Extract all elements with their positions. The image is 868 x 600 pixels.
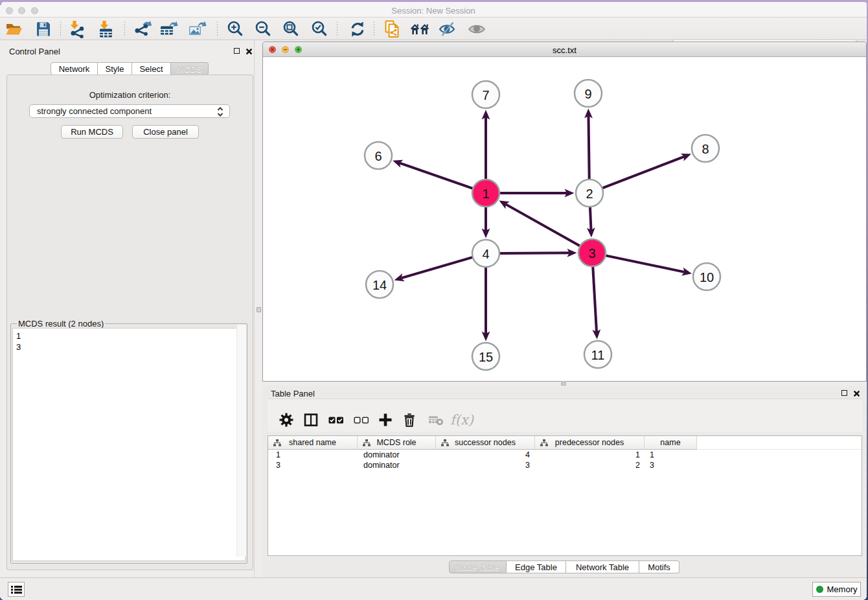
zoom-selected-icon [310,20,328,38]
vertical-splitter-handle[interactable] [257,307,261,312]
mcds-result-group: MCDS result (2 nodes) 1 3 [10,323,247,564]
graph-edge-3-1[interactable] [506,204,582,247]
graph-edge-3-11[interactable] [593,265,597,332]
table-float-panel-icon[interactable] [841,390,847,396]
list-icon [11,585,22,594]
zoom-fit-button[interactable] [281,19,301,39]
close-panel-icon[interactable] [246,48,253,55]
double-house-button[interactable] [410,19,429,39]
table-panel-title: Table Panel [271,389,315,398]
zoom-selected-button[interactable] [310,19,329,39]
export-image-button[interactable] [187,19,207,39]
function-builder-button[interactable]: f(x) [448,410,475,430]
delete-table-icon [428,412,444,428]
documents-network-button[interactable] [382,19,402,39]
memory-button[interactable]: Memory [812,582,861,597]
graph-edge-2-3[interactable] [590,205,591,230]
select-value: strongly connected component [37,106,152,116]
desktop-edge [0,0,868,2]
export-network-icon [133,20,152,38]
column-header-successor-nodes[interactable]: successor nodes [436,436,535,450]
optimization-criterion-select[interactable]: strongly connected component [29,104,230,118]
zoom-in-icon [226,20,244,38]
tab-mcds[interactable]: MCDS [171,62,209,75]
open-session-button[interactable] [5,19,24,39]
column-header-name[interactable]: name [645,436,697,450]
zoom-out-icon [254,20,272,38]
open-folder-icon [5,21,23,38]
tab-network[interactable]: Network [51,62,98,75]
toolbar-separator [60,21,61,37]
table-close-panel-icon[interactable] [853,390,860,397]
toolbar-separator [124,21,125,37]
column-header-predecessor-nodes[interactable]: predecessor nodes [535,436,645,450]
status-bar: Memory [0,577,867,600]
table-row[interactable]: 3 dominator 3 2 3 [268,460,862,470]
graph-node-label: 15 [479,350,493,364]
import-network-button[interactable] [67,19,87,39]
add-button[interactable] [375,410,396,430]
graph-edge-3-10[interactable] [604,255,685,272]
graph-edge-2-8[interactable] [601,157,685,189]
show-panel-button[interactable] [8,582,25,597]
export-table-icon [159,20,178,38]
tab-style[interactable]: Style [98,62,132,75]
graph-edge-2-9[interactable] [588,116,589,181]
close-panel-button[interactable]: Close panel [132,125,199,139]
graph-edge-1-6[interactable] [400,163,474,189]
tab-select[interactable]: Select [132,62,171,75]
run-mcds-button[interactable]: Run MCDS [61,125,123,139]
zoom-in-button[interactable] [225,19,245,39]
window-title: Session: New Session [0,6,867,16]
fx-icon: f(x) [450,412,474,428]
column-header-shared-name[interactable]: shared name [268,436,358,450]
horizontal-splitter-handle[interactable] [561,382,566,386]
tab-motifs[interactable]: Motifs [639,560,680,573]
trash-icon [402,412,417,428]
control-panel: Control Panel Network Style Select MCDS … [0,40,255,577]
desktop-corner [0,597,3,600]
result-scrollbar[interactable] [236,325,246,557]
zoom-out-button[interactable] [253,19,273,39]
graph-edge-4-3[interactable] [498,253,569,253]
tab-edge-table[interactable]: Edge Table [507,560,566,573]
float-panel-icon[interactable] [234,48,240,54]
delete-button[interactable] [399,410,420,430]
select-all-icon [328,412,345,428]
eye-slash-icon [438,20,457,38]
network-frame-titlebar[interactable]: scc.txt [263,42,866,57]
memory-label: Memory [827,584,858,594]
export-image-icon [187,20,207,38]
refresh-button[interactable] [348,19,367,39]
column-header-mcds-role[interactable]: MCDS role [358,436,436,450]
network-canvas[interactable]: 7968124314101511 [263,57,866,381]
export-network-button[interactable] [133,19,152,39]
eye-button[interactable] [467,19,486,39]
split-pane-icon [303,412,319,428]
delete-table-button[interactable] [426,410,446,430]
import-table-button[interactable] [97,19,116,39]
save-session-button[interactable] [34,19,53,39]
desktop-corner [0,0,5,5]
shared-column-icon [363,439,371,446]
import-network-icon [68,20,86,38]
table-row[interactable]: 1 dominator 4 1 1 [268,450,862,460]
unselect-all-button[interactable] [351,410,372,430]
eye-slash-button[interactable] [438,19,457,39]
table-tabs: Node Table Edge Table Network Table Moti… [449,560,680,576]
select-all-button[interactable] [326,410,347,430]
export-table-button[interactable] [159,19,178,39]
graph-edge-4-14[interactable] [402,257,474,278]
mcds-result-textarea[interactable]: 1 3 [12,328,246,561]
graph-node-label: 8 [702,142,709,156]
toolbar-separator [374,21,374,37]
graph-node-label: 7 [482,88,489,102]
graph-node-label: 3 [588,246,595,260]
split-pane-button[interactable] [301,410,321,430]
graph-node-label: 1 [482,187,489,201]
table-settings-button[interactable] [276,410,297,430]
tab-node-table[interactable]: Node Table [449,560,507,573]
table-toolbar: f(x) [268,398,862,432]
tab-network-table[interactable]: Network Table [566,560,639,573]
control-panel-title: Control Panel [9,47,60,56]
